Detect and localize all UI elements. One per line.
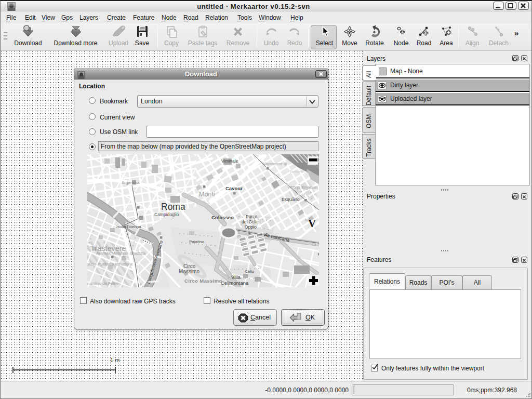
svg-text:Napoleone III: Napoleone III — [262, 162, 287, 166]
svg-text:Circo Massimo: Circo Massimo — [184, 278, 222, 284]
svg-text:Massimo: Massimo — [179, 269, 200, 274]
svg-text:Colosseo: Colosseo — [211, 215, 234, 220]
svg-text:Esquilino: Esquilino — [282, 197, 300, 202]
svg-text:Campidoglio: Campidoglio — [154, 212, 179, 217]
svg-text:Isola Tiberina: Isola Tiberina — [116, 224, 141, 229]
svg-text:stero Pubblica Istruzione: stero Pubblica Istruzione — [87, 262, 133, 267]
svg-text:nardino da Feltre: nardino da Feltre — [87, 281, 119, 286]
svg-text:Viminale: Viminale — [221, 158, 238, 164]
svg-text:Cavour: Cavour — [225, 185, 243, 191]
svg-text:Roma: Roma — [161, 202, 185, 212]
svg-text:Villa: Villa — [231, 274, 241, 280]
svg-text:Vittorio Emanuel: Vittorio Emanuel — [287, 185, 318, 190]
svg-text:Parco: Parco — [246, 214, 257, 219]
svg-text:V: V — [308, 217, 316, 230]
svg-text:Celio: Celio — [245, 269, 255, 274]
svg-text:Argentina: Argentina — [122, 180, 140, 185]
svg-text:Trastevere: Trastevere — [90, 244, 126, 252]
svg-text:Palatino: Palatino — [189, 240, 204, 244]
svg-text:1 m: 1 m — [110, 357, 119, 363]
svg-text:Oppio: Oppio — [245, 224, 257, 230]
svg-text:Monti: Monti — [199, 191, 215, 198]
svg-text:del Colle: del Colle — [242, 219, 259, 224]
svg-text:Termini - La: Termini - La — [289, 169, 311, 174]
svg-text:Celimontana: Celimontana — [221, 280, 249, 286]
